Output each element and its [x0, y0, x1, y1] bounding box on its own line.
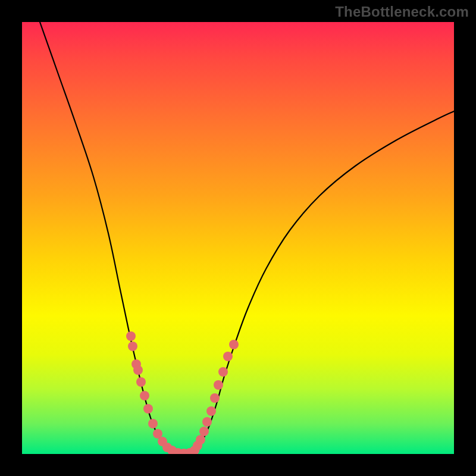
- highlight-dot: [218, 367, 228, 377]
- highlight-dots-group: [126, 331, 239, 454]
- highlight-dot: [148, 419, 158, 428]
- chart-frame: TheBottleneck.com: [0, 0, 476, 476]
- highlight-dot: [210, 393, 220, 403]
- highlight-dot: [128, 342, 137, 351]
- highlight-dot: [202, 417, 212, 427]
- highlight-dot: [223, 352, 233, 361]
- watermark-text: TheBottleneck.com: [335, 4, 469, 20]
- highlight-dot: [196, 435, 205, 444]
- highlight-dot: [206, 406, 216, 416]
- highlight-dot: [136, 377, 146, 387]
- highlight-dot: [143, 404, 153, 414]
- highlight-dot: [133, 365, 143, 375]
- curve-layer: [22, 22, 454, 454]
- highlight-dot: [214, 380, 223, 390]
- highlight-dot: [229, 340, 239, 349]
- highlight-dot: [140, 391, 149, 400]
- curve-right-branch: [192, 111, 454, 453]
- plot-area: [22, 22, 454, 454]
- highlight-dot: [126, 331, 136, 341]
- curve-left-branch: [40, 22, 174, 452]
- highlight-dot: [199, 427, 209, 436]
